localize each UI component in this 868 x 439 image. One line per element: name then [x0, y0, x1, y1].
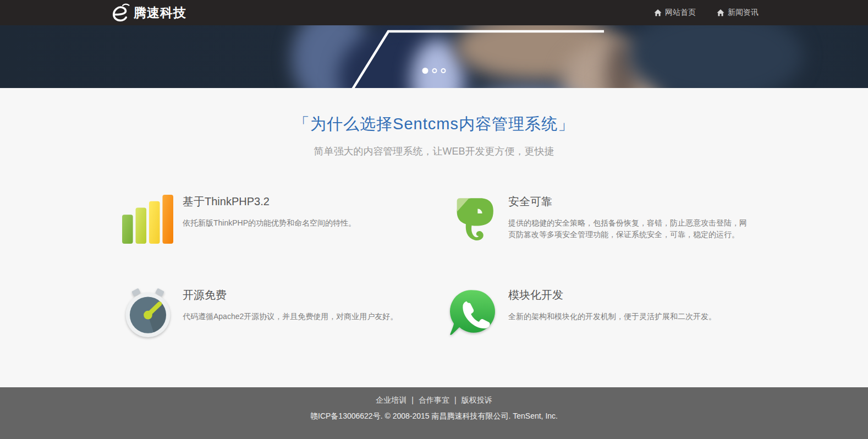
footer-link-training[interactable]: 企业培训	[376, 396, 406, 404]
bar-chart-icon	[120, 194, 175, 244]
feature-title: 基于ThinkPHP3.2	[183, 195, 356, 208]
feature-title: 开源免费	[183, 288, 398, 301]
banner-diagonal-line	[0, 25, 868, 88]
nav-item-label: 网站首页	[665, 8, 696, 18]
feature-modular: 模块化开发 全新的架构和模块化的开发机制，便于灵活扩展和二次开发。	[434, 287, 748, 338]
page: 腾速科技 网站首页 新闻资	[0, 0, 868, 439]
nav-item-news[interactable]: 新闻资讯	[717, 8, 759, 18]
section-title: 「为什么选择Sentcms内容管理系统」	[0, 114, 868, 134]
feature-title: 安全可靠	[508, 195, 748, 208]
nav-item-home[interactable]: 网站首页	[654, 8, 696, 18]
whatsapp-icon	[446, 287, 501, 338]
carousel-dot-3[interactable]	[441, 68, 446, 73]
hero-carousel	[0, 25, 868, 88]
top-header: 腾速科技 网站首页 新闻资	[0, 0, 868, 25]
nav-item-label: 新闻资讯	[728, 8, 759, 18]
carousel-dot-2[interactable]	[432, 68, 437, 73]
footer-link-cooperation[interactable]: 合作事宜	[419, 396, 449, 404]
home-icon	[717, 9, 724, 17]
feature-desc: 代码遵循Apache2开源协议，并且免费使用，对商业用户友好。	[183, 311, 398, 322]
feature-desc: 依托新版ThinkPHP的功能优势和命名空间的特性。	[183, 217, 356, 229]
elephant-icon	[446, 194, 501, 244]
stopwatch-icon	[120, 287, 175, 338]
brand-logo[interactable]: 腾速科技	[109, 3, 186, 23]
footer-divider: |	[411, 396, 414, 404]
feature-desc: 提供的稳健的安全策略，包括备份恢复，容错，防止恶意攻击登陆，网页防篡改等多项安全…	[508, 217, 748, 240]
footer-links: 企业培训|合作事宜|版权投诉	[0, 396, 868, 405]
feature-desc: 全新的架构和模块化的开发机制，便于灵活扩展和二次开发。	[508, 311, 716, 322]
feature-opensource: 开源免费 代码遵循Apache2开源协议，并且免费使用，对商业用户友好。	[120, 287, 434, 338]
feature-title: 模块化开发	[508, 288, 716, 301]
main-content: 「为什么选择Sentcms内容管理系统」 简单强大的内容管理系统，让WEB开发更…	[0, 88, 868, 387]
brand-name: 腾速科技	[134, 4, 186, 21]
feature-thinkphp: 基于ThinkPHP3.2 依托新版ThinkPHP的功能优势和命名空间的特性。	[120, 194, 434, 244]
logo-e-icon	[109, 3, 130, 23]
copyright-text: 赣ICP备13006622号. © 2008-2015 南昌腾速科技有限公司. …	[0, 411, 868, 421]
page-footer: 企业培训|合作事宜|版权投诉 赣ICP备13006622号. © 2008-20…	[0, 387, 868, 439]
feature-security: 安全可靠 提供的稳健的安全策略，包括备份恢复，容错，防止恶意攻击登陆，网页防篡改…	[434, 194, 748, 244]
main-nav: 网站首页 新闻资讯	[654, 8, 759, 18]
home-icon	[654, 9, 662, 17]
footer-divider: |	[454, 396, 457, 404]
feature-grid: 基于ThinkPHP3.2 依托新版ThinkPHP的功能优势和命名空间的特性。…	[120, 194, 748, 338]
carousel-dots	[422, 68, 446, 74]
carousel-dot-1[interactable]	[422, 68, 428, 74]
section-subtitle: 简单强大的内容管理系统，让WEB开发更方便，更快捷	[0, 146, 868, 158]
footer-link-copyright-complaint[interactable]: 版权投诉	[462, 396, 492, 404]
